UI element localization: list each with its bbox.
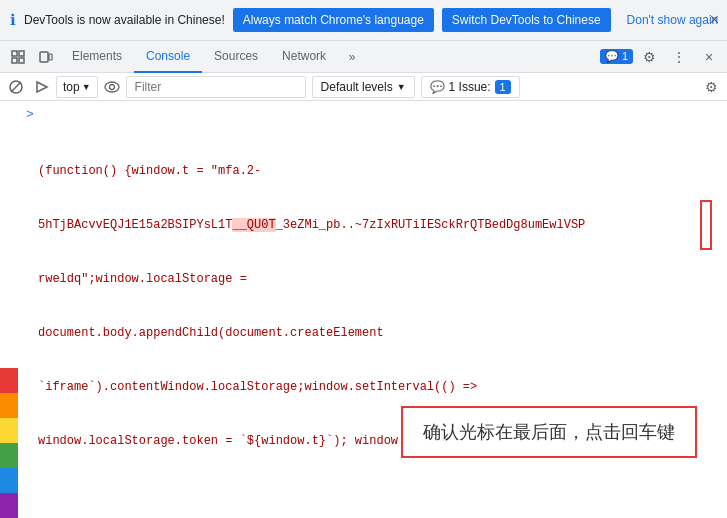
issues-icon: 💬 — [430, 80, 445, 94]
console-settings-icon[interactable]: ⚙ — [699, 75, 723, 99]
sidebar-color-yellow — [0, 418, 18, 443]
tooltip-box: 确认光标在最后面，点击回车键 — [401, 406, 697, 458]
svg-point-9 — [105, 82, 119, 92]
tooltip-text: 确认光标在最后面，点击回车键 — [423, 422, 675, 442]
issues-button[interactable]: 💬 1 Issue: 1 — [421, 76, 520, 98]
tab-console[interactable]: Console — [134, 41, 202, 73]
svg-rect-2 — [12, 58, 17, 63]
sidebar-color-green — [0, 443, 18, 468]
sidebar-color-purple — [0, 493, 18, 518]
inspect-element-icon[interactable] — [4, 43, 32, 71]
notification-text: DevTools is now available in Chinese! — [24, 13, 225, 27]
chevron-down-icon: ▼ — [397, 82, 406, 92]
clear-console-button[interactable] — [4, 75, 28, 99]
settings-icon[interactable]: ⚙ — [635, 43, 663, 71]
device-toolbar-icon[interactable] — [32, 43, 60, 71]
tab-network[interactable]: Network — [270, 41, 338, 73]
console-prompt: > — [18, 105, 727, 124]
devtools-window: ℹ DevTools is now available in Chinese! … — [0, 0, 727, 518]
tabs-bar: Elements Console Sources Network » 💬1 ⚙ … — [0, 41, 727, 73]
switch-to-chinese-button[interactable]: Switch DevTools to Chinese — [442, 8, 611, 32]
more-tabs-icon[interactable]: » — [338, 43, 366, 71]
execute-context-button[interactable] — [30, 75, 54, 99]
svg-marker-8 — [37, 82, 47, 92]
notification-close-button[interactable]: × — [710, 11, 719, 29]
console-badge: 💬1 — [600, 49, 633, 64]
context-selector[interactable]: top ▼ — [56, 76, 98, 98]
tabs-right-area: 💬1 ⚙ ⋮ × — [600, 43, 723, 71]
more-options-icon[interactable]: ⋮ — [665, 43, 693, 71]
sidebar-color-blue — [0, 468, 18, 493]
svg-rect-3 — [19, 58, 24, 63]
left-sidebar — [0, 368, 18, 518]
filter-input[interactable] — [126, 76, 306, 98]
always-match-language-button[interactable]: Always match Chrome's language — [233, 8, 434, 32]
console-toolbar: top ▼ Default levels ▼ 💬 1 Issue: 1 ⚙ — [0, 73, 727, 101]
red-indicator — [700, 200, 712, 250]
eye-icon[interactable] — [100, 75, 124, 99]
svg-rect-0 — [12, 51, 17, 56]
issues-count-badge: 1 — [495, 80, 511, 94]
info-icon: ℹ — [10, 11, 16, 29]
svg-rect-1 — [19, 51, 24, 56]
svg-point-10 — [109, 84, 114, 89]
sidebar-color-red — [0, 368, 18, 393]
svg-rect-5 — [49, 54, 52, 60]
tab-elements[interactable]: Elements — [60, 41, 134, 73]
chevron-down-icon: ▼ — [82, 82, 91, 92]
svg-line-7 — [11, 82, 21, 92]
notification-bar: ℹ DevTools is now available in Chinese! … — [0, 0, 727, 41]
tab-sources[interactable]: Sources — [202, 41, 270, 73]
sidebar-color-orange — [0, 393, 18, 418]
default-levels-selector[interactable]: Default levels ▼ — [312, 76, 415, 98]
close-devtools-button[interactable]: × — [695, 43, 723, 71]
svg-rect-4 — [40, 52, 48, 62]
